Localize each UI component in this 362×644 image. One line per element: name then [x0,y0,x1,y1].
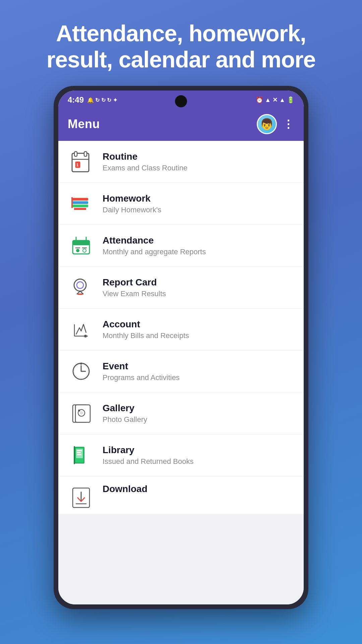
hero-text: Attendance, homework, result, calendar a… [0,0,362,86]
report-card-title: Report Card [103,277,166,288]
routine-text: Routine Exams and Class Routine [103,151,187,172]
svg-point-25 [78,410,80,412]
library-icon [68,442,95,469]
svg-point-14 [83,249,86,252]
menu-item-gallery[interactable]: Gallery Photo Gallery [58,392,304,434]
svg-rect-1 [74,152,77,156]
menu-item-homework[interactable]: Homework Daily Homework's [58,183,304,225]
camera-notch [175,95,187,107]
gallery-title: Gallery [103,403,147,414]
account-subtitle: Monthly Bills and Receipts [103,331,189,340]
svg-rect-32 [74,446,75,464]
svg-rect-2 [84,152,87,156]
attendance-subtitle: Monthly and aggregate Reports [103,248,206,256]
menu-item-library[interactable]: Library Issued and Returned Books [58,434,304,476]
phone-screen: 4:49 🔔 ↻ ↻ ↻ ✦ ⏰ ▲ ✕ ▲ 🔋 Menu 👦 ⋮ [58,91,304,604]
account-text: Account Monthly Bills and Receipts [103,319,189,340]
library-title: Library [103,445,194,455]
status-icons-right: ⏰ ▲ ✕ ▲ 🔋 [256,96,294,104]
attendance-title: Attendance [103,235,206,246]
report-card-icon [68,274,95,301]
homework-title: Homework [103,193,161,204]
svg-rect-12 [73,240,89,245]
homework-subtitle: Daily Homework's [103,206,161,214]
homework-text: Homework Daily Homework's [103,193,161,214]
status-icons-left: 🔔 ↻ ↻ ↻ ✦ [87,97,117,103]
app-bar-title: Menu [68,117,100,131]
report-card-subtitle: View Exam Results [103,289,166,298]
event-icon [68,358,95,385]
download-icon [68,484,95,511]
svg-text:1: 1 [76,163,79,167]
menu-item-account[interactable]: Account Monthly Bills and Receipts [58,309,304,351]
more-menu-icon[interactable]: ⋮ [283,118,294,130]
event-subtitle: Programs and Activities [103,373,180,382]
svg-rect-29 [77,450,82,451]
svg-rect-31 [77,454,81,455]
download-title: Download [103,484,147,494]
svg-rect-6 [72,198,88,201]
event-text: Event Programs and Activities [103,361,180,382]
svg-rect-8 [72,205,88,207]
menu-item-routine[interactable]: 1 Routine Exams and Class Routine [58,141,304,183]
app-bar: Menu 👦 ⋮ [58,108,304,141]
status-time: 4:49 [68,95,84,105]
svg-rect-7 [72,201,88,204]
routine-icon: 1 [68,148,95,175]
svg-point-24 [80,411,83,415]
library-subtitle: Issued and Returned Books [103,457,194,466]
gallery-text: Gallery Photo Gallery [103,403,147,424]
account-title: Account [103,319,189,330]
svg-point-16 [77,282,83,288]
svg-rect-10 [74,208,86,210]
homework-icon [68,190,95,217]
menu-item-event[interactable]: Event Programs and Activities [58,351,304,392]
gallery-subtitle: Photo Gallery [103,415,147,424]
menu-item-report-card[interactable]: Report Card View Exam Results [58,267,304,309]
report-card-text: Report Card View Exam Results [103,277,166,298]
menu-list: 1 Routine Exams and Class Routine [58,141,304,604]
download-text: Download [103,484,147,494]
svg-rect-9 [71,197,73,208]
gallery-icon [68,400,95,427]
routine-title: Routine [103,151,187,162]
app-bar-actions: 👦 ⋮ [257,114,294,134]
avatar[interactable]: 👦 [257,114,277,134]
svg-point-20 [80,363,82,365]
library-text: Library Issued and Returned Books [103,445,194,466]
attendance-text: Attendance Monthly and aggregate Reports [103,235,206,256]
svg-point-13 [76,249,79,252]
event-title: Event [103,361,180,372]
menu-item-attendance[interactable]: Attendance Monthly and aggregate Reports [58,225,304,267]
avatar-image: 👦 [260,118,274,130]
menu-item-download[interactable]: Download [58,476,304,514]
routine-subtitle: Exams and Class Routine [103,164,187,172]
attendance-icon [68,232,95,259]
phone-frame: 4:49 🔔 ↻ ↻ ↻ ✦ ⏰ ▲ ✕ ▲ 🔋 Menu 👦 ⋮ [54,86,308,609]
account-icon [68,316,95,343]
svg-rect-30 [77,452,81,453]
